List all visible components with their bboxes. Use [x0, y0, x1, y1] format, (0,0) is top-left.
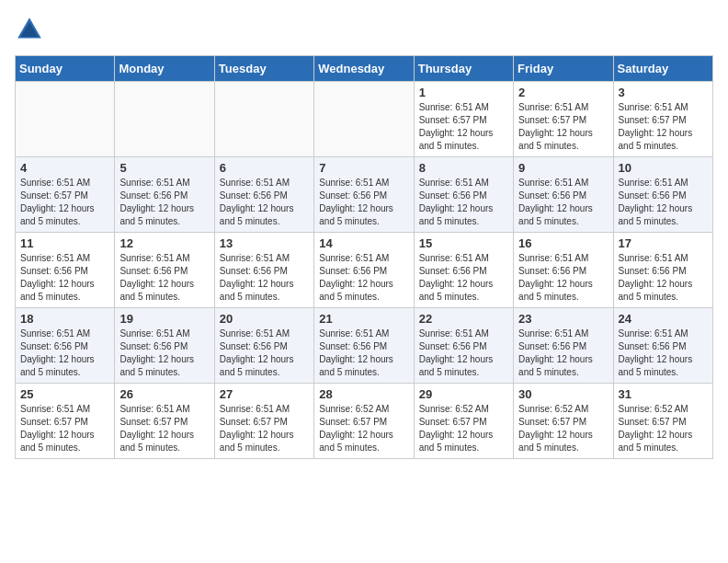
weekday-header: Thursday [414, 56, 513, 82]
day-number: 28 [319, 387, 408, 401]
day-number: 4 [20, 161, 109, 175]
day-info: Sunrise: 6:51 AM Sunset: 6:56 PM Dayligh… [20, 327, 109, 379]
calendar-day-cell: 12Sunrise: 6:51 AM Sunset: 6:56 PM Dayli… [115, 233, 214, 308]
day-info: Sunrise: 6:51 AM Sunset: 6:56 PM Dayligh… [419, 177, 508, 228]
calendar-day-cell: 10Sunrise: 6:51 AM Sunset: 6:56 PM Dayli… [613, 157, 712, 233]
calendar-day-cell: 6Sunrise: 6:51 AM Sunset: 6:56 PM Daylig… [214, 157, 313, 233]
calendar-week-row: 25Sunrise: 6:51 AM Sunset: 6:57 PM Dayli… [16, 384, 713, 459]
calendar-table: SundayMondayTuesdayWednesdayThursdayFrid… [15, 55, 713, 459]
calendar-day-cell: 7Sunrise: 6:51 AM Sunset: 6:56 PM Daylig… [314, 157, 414, 233]
logo-icon [15, 15, 44, 44]
calendar-day-cell: 28Sunrise: 6:52 AM Sunset: 6:57 PM Dayli… [314, 384, 414, 459]
day-info: Sunrise: 6:51 AM Sunset: 6:57 PM Dayligh… [518, 101, 608, 153]
day-number: 22 [419, 312, 508, 326]
day-number: 11 [20, 236, 109, 250]
day-info: Sunrise: 6:51 AM Sunset: 6:56 PM Dayligh… [518, 327, 608, 379]
day-number: 19 [119, 312, 209, 326]
calendar-day-cell: 30Sunrise: 6:52 AM Sunset: 6:57 PM Dayli… [514, 384, 613, 459]
day-number: 15 [419, 236, 508, 250]
day-number: 27 [220, 387, 309, 401]
day-number: 12 [119, 236, 209, 250]
day-number: 16 [518, 236, 608, 250]
calendar-week-row: 1Sunrise: 6:51 AM Sunset: 6:57 PM Daylig… [16, 82, 713, 157]
weekday-header: Tuesday [214, 56, 313, 82]
calendar-header-row: SundayMondayTuesdayWednesdayThursdayFrid… [16, 56, 713, 82]
day-number: 23 [518, 312, 608, 326]
weekday-header: Wednesday [314, 56, 414, 82]
day-number: 14 [319, 236, 408, 250]
day-number: 24 [619, 312, 708, 326]
day-info: Sunrise: 6:51 AM Sunset: 6:56 PM Dayligh… [419, 252, 508, 304]
calendar-day-cell: 13Sunrise: 6:51 AM Sunset: 6:56 PM Dayli… [214, 233, 313, 308]
calendar-day-cell: 11Sunrise: 6:51 AM Sunset: 6:56 PM Dayli… [16, 233, 115, 308]
day-info: Sunrise: 6:51 AM Sunset: 6:57 PM Dayligh… [20, 403, 109, 454]
calendar-week-row: 4Sunrise: 6:51 AM Sunset: 6:57 PM Daylig… [16, 157, 713, 233]
day-number: 26 [119, 387, 209, 401]
day-number: 7 [319, 161, 408, 175]
day-number: 3 [619, 86, 708, 99]
day-info: Sunrise: 6:51 AM Sunset: 6:57 PM Dayligh… [419, 101, 508, 153]
day-number: 1 [419, 86, 508, 99]
day-info: Sunrise: 6:51 AM Sunset: 6:56 PM Dayligh… [319, 327, 408, 379]
day-info: Sunrise: 6:51 AM Sunset: 6:56 PM Dayligh… [319, 252, 408, 304]
calendar-day-cell: 22Sunrise: 6:51 AM Sunset: 6:56 PM Dayli… [414, 308, 513, 384]
calendar-day-cell: 27Sunrise: 6:51 AM Sunset: 6:57 PM Dayli… [214, 384, 313, 459]
day-number: 21 [319, 312, 408, 326]
calendar-day-cell: 3Sunrise: 6:51 AM Sunset: 6:57 PM Daylig… [613, 82, 712, 157]
calendar-day-cell: 14Sunrise: 6:51 AM Sunset: 6:56 PM Dayli… [314, 233, 414, 308]
day-number: 30 [518, 387, 608, 401]
day-number: 9 [518, 161, 608, 175]
day-info: Sunrise: 6:51 AM Sunset: 6:56 PM Dayligh… [220, 177, 309, 228]
day-info: Sunrise: 6:52 AM Sunset: 6:57 PM Dayligh… [518, 403, 608, 454]
day-number: 25 [20, 387, 109, 401]
day-info: Sunrise: 6:52 AM Sunset: 6:57 PM Dayligh… [419, 403, 508, 454]
calendar-day-cell: 29Sunrise: 6:52 AM Sunset: 6:57 PM Dayli… [414, 384, 513, 459]
day-info: Sunrise: 6:51 AM Sunset: 6:56 PM Dayligh… [619, 327, 708, 379]
day-info: Sunrise: 6:51 AM Sunset: 6:56 PM Dayligh… [220, 252, 309, 304]
calendar-day-cell [115, 82, 214, 157]
day-number: 10 [619, 161, 708, 175]
day-info: Sunrise: 6:51 AM Sunset: 6:56 PM Dayligh… [119, 327, 209, 379]
day-info: Sunrise: 6:52 AM Sunset: 6:57 PM Dayligh… [619, 403, 708, 454]
calendar-day-cell: 2Sunrise: 6:51 AM Sunset: 6:57 PM Daylig… [514, 82, 613, 157]
day-info: Sunrise: 6:51 AM Sunset: 6:56 PM Dayligh… [20, 252, 109, 304]
day-info: Sunrise: 6:51 AM Sunset: 6:56 PM Dayligh… [518, 252, 608, 304]
day-info: Sunrise: 6:51 AM Sunset: 6:56 PM Dayligh… [319, 177, 408, 228]
day-number: 17 [619, 236, 708, 250]
day-info: Sunrise: 6:51 AM Sunset: 6:57 PM Dayligh… [220, 403, 309, 454]
day-info: Sunrise: 6:51 AM Sunset: 6:56 PM Dayligh… [619, 252, 708, 304]
day-number: 5 [119, 161, 209, 175]
day-number: 2 [518, 86, 608, 99]
day-info: Sunrise: 6:51 AM Sunset: 6:56 PM Dayligh… [419, 327, 508, 379]
calendar-week-row: 18Sunrise: 6:51 AM Sunset: 6:56 PM Dayli… [16, 308, 713, 384]
calendar-day-cell: 16Sunrise: 6:51 AM Sunset: 6:56 PM Dayli… [514, 233, 613, 308]
calendar-day-cell: 21Sunrise: 6:51 AM Sunset: 6:56 PM Dayli… [314, 308, 414, 384]
weekday-header: Sunday [16, 56, 115, 82]
calendar-day-cell [16, 82, 115, 157]
calendar-day-cell: 19Sunrise: 6:51 AM Sunset: 6:56 PM Dayli… [115, 308, 214, 384]
calendar-week-row: 11Sunrise: 6:51 AM Sunset: 6:56 PM Dayli… [16, 233, 713, 308]
calendar-day-cell: 5Sunrise: 6:51 AM Sunset: 6:56 PM Daylig… [115, 157, 214, 233]
day-info: Sunrise: 6:51 AM Sunset: 6:56 PM Dayligh… [220, 327, 309, 379]
day-number: 29 [419, 387, 508, 401]
calendar-day-cell: 8Sunrise: 6:51 AM Sunset: 6:56 PM Daylig… [414, 157, 513, 233]
logo [15, 15, 48, 44]
calendar-day-cell: 4Sunrise: 6:51 AM Sunset: 6:57 PM Daylig… [16, 157, 115, 233]
calendar-day-cell: 17Sunrise: 6:51 AM Sunset: 6:56 PM Dayli… [613, 233, 712, 308]
calendar-day-cell: 26Sunrise: 6:51 AM Sunset: 6:57 PM Dayli… [115, 384, 214, 459]
page-header [15, 15, 713, 44]
calendar-day-cell [214, 82, 313, 157]
day-info: Sunrise: 6:51 AM Sunset: 6:56 PM Dayligh… [119, 252, 209, 304]
weekday-header: Saturday [613, 56, 712, 82]
calendar-day-cell: 9Sunrise: 6:51 AM Sunset: 6:56 PM Daylig… [514, 157, 613, 233]
calendar-day-cell: 15Sunrise: 6:51 AM Sunset: 6:56 PM Dayli… [414, 233, 513, 308]
calendar-day-cell: 31Sunrise: 6:52 AM Sunset: 6:57 PM Dayli… [613, 384, 712, 459]
day-number: 8 [419, 161, 508, 175]
day-info: Sunrise: 6:51 AM Sunset: 6:57 PM Dayligh… [619, 101, 708, 153]
day-number: 13 [220, 236, 309, 250]
calendar-day-cell: 20Sunrise: 6:51 AM Sunset: 6:56 PM Dayli… [214, 308, 313, 384]
day-info: Sunrise: 6:51 AM Sunset: 6:57 PM Dayligh… [119, 403, 209, 454]
calendar-day-cell [314, 82, 414, 157]
day-number: 31 [619, 387, 708, 401]
calendar-day-cell: 25Sunrise: 6:51 AM Sunset: 6:57 PM Dayli… [16, 384, 115, 459]
